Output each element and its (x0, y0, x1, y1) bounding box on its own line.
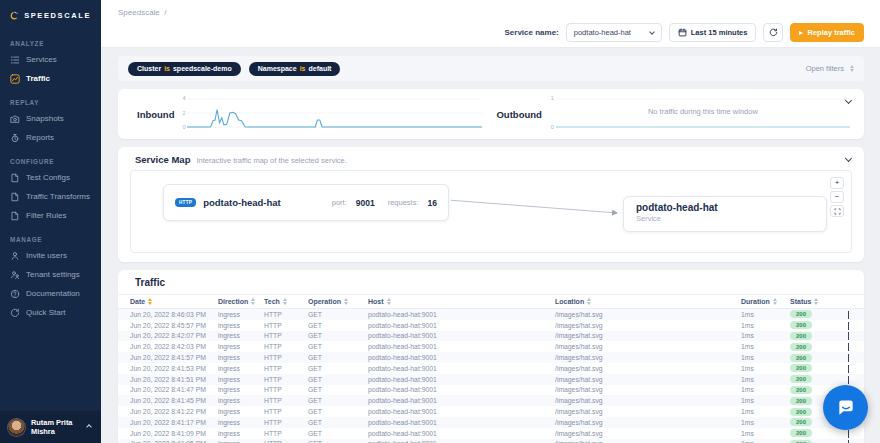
cell-host: podtato-head-hat:9001 (368, 386, 555, 393)
inbound-chart: 4 2 0 (187, 96, 482, 132)
row-expand-chevron[interactable] (848, 376, 849, 384)
cell-location: /images/hat.svg (555, 343, 741, 350)
row-expand-chevron[interactable] (848, 311, 849, 319)
fullscreen-button[interactable] (830, 205, 844, 217)
cell-direction: ingress (218, 386, 264, 393)
row-expand-chevron[interactable] (848, 354, 849, 362)
sort-icon (251, 298, 255, 305)
outbound-empty-message: No traffic during this time window (556, 107, 850, 116)
sidebar-item-snapshots[interactable]: Snapshots (0, 109, 101, 128)
sidebar-item-invite-users[interactable]: Invite users (0, 246, 101, 265)
sidebar-item-filter-rules[interactable]: Filter Rules (0, 206, 101, 225)
service-name-label: Service name: (505, 28, 559, 37)
cell-direction: ingress (218, 365, 264, 372)
status-badge: 200 (790, 364, 812, 372)
cell-duration: 1ms (741, 419, 790, 426)
open-filters-toggle[interactable]: Open filters (806, 64, 854, 73)
table-row[interactable]: Jun 20, 2022 8:41:05 PM ingress HTTP GET… (118, 439, 864, 443)
service-map-source-node[interactable]: HTTP podtato-head-hat port: 9001 request… (163, 184, 449, 221)
status-badge: 200 (790, 375, 812, 383)
cell-date: Jun 20, 2022 8:41:53 PM (130, 365, 218, 372)
cell-operation: GET (308, 354, 368, 361)
cell-tech: HTTP (264, 419, 308, 426)
section-label-replay: REPLAY (10, 99, 101, 106)
filter-chip-namespace[interactable]: Namespace is default (249, 62, 341, 76)
row-expand-chevron[interactable] (848, 343, 849, 351)
sort-icon (773, 298, 777, 305)
table-row[interactable]: Jun 20, 2022 8:41:53 PM ingress HTTP GET… (118, 363, 864, 374)
cell-duration: 1ms (741, 332, 790, 339)
breadcrumb[interactable]: Speedscale / (118, 8, 167, 17)
time-range-button[interactable]: Last 15 minutes (669, 23, 757, 42)
sidebar-item-traffic-transforms[interactable]: Traffic Transforms (0, 187, 101, 206)
filter-bar: Cluster is speedscale-demo Namespace is … (118, 56, 864, 81)
service-select[interactable]: podtato-head-hat (566, 23, 662, 42)
cell-date: Jun 20, 2022 8:45:57 PM (130, 322, 218, 329)
table-row[interactable]: Jun 20, 2022 8:42:03 PM ingress HTTP GET… (118, 341, 864, 352)
column-header-status[interactable]: Status (790, 298, 848, 305)
table-row[interactable]: Jun 20, 2022 8:42:07 PM ingress HTTP GET… (118, 331, 864, 342)
cell-tech: HTTP (264, 430, 308, 437)
row-expand-chevron[interactable] (848, 365, 849, 373)
cell-operation: GET (308, 430, 368, 437)
cell-operation: GET (308, 419, 368, 426)
row-expand-chevron[interactable] (848, 430, 849, 438)
cell-date: Jun 20, 2022 8:41:22 PM (130, 408, 218, 415)
zoom-in-button[interactable]: + (830, 177, 844, 189)
status-badge: 200 (790, 397, 812, 405)
table-row[interactable]: Jun 20, 2022 8:41:22 PM ingress HTTP GET… (118, 406, 864, 417)
column-header-location[interactable]: Location (555, 298, 741, 305)
sidebar-item-test-configs[interactable]: Test Configs (0, 168, 101, 187)
status-badge: 200 (790, 408, 812, 416)
column-header-tech[interactable]: Tech (264, 298, 308, 305)
table-row[interactable]: Jun 20, 2022 8:41:17 PM ingress HTTP GET… (118, 417, 864, 428)
replay-traffic-button[interactable]: Replay traffic (790, 23, 864, 42)
table-row[interactable]: Jun 20, 2022 8:41:09 PM ingress HTTP GET… (118, 428, 864, 439)
table-row[interactable]: Jun 20, 2022 8:46:03 PM ingress HTTP GET… (118, 309, 864, 320)
cell-tech: HTTP (264, 332, 308, 339)
sidebar-item-quick-start[interactable]: Quick Start (0, 303, 101, 322)
zoom-out-button[interactable]: − (830, 191, 844, 203)
file-icon (10, 173, 20, 183)
table-row[interactable]: Jun 20, 2022 8:41:47 PM ingress HTTP GET… (118, 385, 864, 396)
column-header-operation[interactable]: Operation (308, 298, 368, 305)
column-header-direction[interactable]: Direction (218, 298, 264, 305)
cell-host: podtato-head-hat:9001 (368, 343, 555, 350)
sidebar-item-traffic[interactable]: Traffic (0, 69, 101, 88)
service-map-canvas[interactable]: HTTP podtato-head-hat port: 9001 request… (130, 170, 852, 253)
sidebar-item-reports[interactable]: Reports (0, 128, 101, 147)
cell-direction: ingress (218, 354, 264, 361)
sidebar-item-documentation[interactable]: Documentation (0, 284, 101, 303)
chat-widget-button[interactable] (823, 385, 868, 430)
service-map-target-node[interactable]: podtato-head-hat Service (623, 196, 827, 232)
table-row[interactable]: Jun 20, 2022 8:41:51 PM ingress HTTP GET… (118, 374, 864, 385)
outbound-chart: 1 0 No traffic during this time window (556, 96, 850, 132)
cell-duration: 1ms (741, 322, 790, 329)
cell-tech: HTTP (264, 322, 308, 329)
user-menu[interactable]: Rutam Prita Mishra (0, 411, 101, 443)
row-expand-chevron[interactable] (848, 322, 849, 330)
table-row[interactable]: Jun 20, 2022 8:41:45 PM ingress HTTP GET… (118, 395, 864, 406)
cell-duration: 1ms (741, 311, 790, 318)
cell-operation: GET (308, 386, 368, 393)
cell-date: Jun 20, 2022 8:41:09 PM (130, 430, 218, 437)
column-header-date[interactable]: Date (130, 298, 218, 305)
sidebar-item-tenant-settings[interactable]: Tenant settings (0, 265, 101, 284)
table-row[interactable]: Jun 20, 2022 8:45:57 PM ingress HTTP GET… (118, 320, 864, 331)
table-row[interactable]: Jun 20, 2022 8:41:57 PM ingress HTTP GET… (118, 352, 864, 363)
sidebar-nav: ANALYZE Services Traffic REPLAY Snapshot… (0, 27, 101, 411)
refresh-button[interactable] (763, 23, 783, 42)
filter-chip-cluster[interactable]: Cluster is speedscale-demo (128, 62, 241, 76)
cell-operation: GET (308, 322, 368, 329)
cell-direction: ingress (218, 419, 264, 426)
cell-host: podtato-head-hat:9001 (368, 397, 555, 404)
row-expand-chevron[interactable] (848, 332, 849, 340)
cell-direction: ingress (218, 397, 264, 404)
cell-location: /images/hat.svg (555, 386, 741, 393)
status-badge: 200 (790, 418, 812, 426)
column-header-duration[interactable]: Duration (741, 298, 790, 305)
cell-date: Jun 20, 2022 8:41:45 PM (130, 397, 218, 404)
column-header-host[interactable]: Host (368, 298, 555, 305)
speedscale-logo[interactable]: SPEEDSCALE (0, 0, 101, 27)
sidebar-item-services[interactable]: Services (0, 50, 101, 69)
